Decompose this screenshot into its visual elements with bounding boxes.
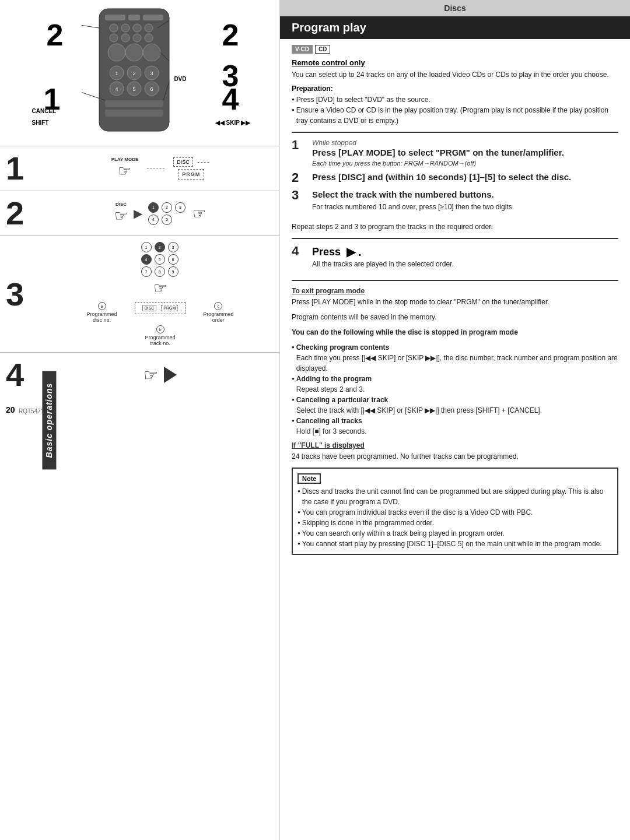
step-2-number: 2 xyxy=(6,197,47,230)
prgm-display: PRGM xyxy=(178,169,204,180)
svg-point-13 xyxy=(125,44,143,61)
note-header-row: Note xyxy=(298,473,612,484)
repeat-text: Repeat steps 2 and 3 to program the trac… xyxy=(292,222,618,232)
disc-grid: 1 2 3 4 5 xyxy=(148,202,187,225)
arrow-right-2: ▶ xyxy=(134,206,142,220)
prep-bullet-1: Press [DVD] to select "DVD" as the sourc… xyxy=(292,94,618,105)
note-text-5: You cannot start play by pressing [DISC … xyxy=(302,539,602,549)
step-3-number: 3 xyxy=(6,278,47,311)
divider-1 xyxy=(292,132,618,133)
note-text-3: Skipping is done in the programmed order… xyxy=(302,518,434,528)
prog-disc-display: DISC xyxy=(142,305,157,311)
instr-title-1: While stopped xyxy=(312,139,618,147)
rqt-code: RQT5471 xyxy=(6,408,44,414)
prog-track-no: b Programmedtrack no. xyxy=(145,325,175,346)
full-displayed-header: If "FULL" is displayed xyxy=(292,441,618,449)
vcd-badge: V-CD xyxy=(292,45,313,54)
cancel-label: CANCEL xyxy=(32,108,57,114)
track-8: 8 xyxy=(155,266,165,277)
hand-icon-3: ☞ xyxy=(153,279,167,297)
step-2-panel: 2 DISC ☞ ▶ 1 2 3 4 5 ☞ xyxy=(0,191,279,236)
circle-b: b xyxy=(156,325,164,333)
instr-content-2: Press [DISC] and (within 10 seconds) [1]… xyxy=(312,171,618,183)
programmed-order-text: Programmedorder xyxy=(203,311,233,323)
remote-svg-area: 1 2 3 4 5 6 xyxy=(82,6,187,136)
step-2-content: DISC ☞ ▶ 1 2 3 4 5 ☞ xyxy=(47,202,274,225)
note-label: Note xyxy=(298,473,321,484)
programmed-labels: a Programmeddisc no. DISC PRGM c Program… xyxy=(87,302,234,323)
to-exit-note: Program contents will be saved in the me… xyxy=(292,312,618,322)
ws-bold-1: Checking program contents xyxy=(296,343,389,352)
svg-point-10 xyxy=(133,34,141,42)
section-header: Discs xyxy=(280,0,630,16)
press-play-title: Press ▶ . xyxy=(312,245,618,259)
play-button-icon: ☞ xyxy=(144,365,158,385)
prep-bullet-2-text: Ensure a Video CD or CD is in the play p… xyxy=(296,105,618,126)
svg-text:5: 5 xyxy=(132,86,135,92)
instr-content-3: Select the track with the numbered butto… xyxy=(312,189,618,217)
svg-text:2: 2 xyxy=(132,71,135,76)
diagram-label-2-top: 2 xyxy=(47,17,64,52)
step-1-panel: 1 PLAY MODE ☞ DISC - - - - PRGM xyxy=(0,146,279,191)
ws-item-3-text: Canceling a particular track Select the … xyxy=(296,395,542,416)
step-4-content: ☞ xyxy=(47,365,274,385)
step-3-content: 1 2 3 4 5 6 7 8 9 ☞ a Programmeddisc no. xyxy=(47,242,274,346)
instr-main-2: Press [DISC] and (within 10 seconds) [1]… xyxy=(312,171,618,183)
intro-text: You can select up to 24 tracks on any of… xyxy=(292,69,618,80)
ws-item-2: Adding to the program Repeat steps 2 and… xyxy=(292,374,618,395)
remote-diagram: 2 2 3 1 4 xyxy=(0,0,279,146)
right-panel: Discs Program play V-CD CD Remote contro… xyxy=(280,0,630,840)
track-4: 4 xyxy=(141,254,152,265)
ws-text-1: Each time you press [|◀◀ SKIP] or [SKIP … xyxy=(296,354,618,372)
disc-empty xyxy=(175,215,186,225)
svg-rect-28 xyxy=(105,110,163,117)
note-item-4: You can search only within a track being… xyxy=(298,528,612,539)
prog-display-box: DISC PRGM xyxy=(135,302,186,314)
svg-point-8 xyxy=(110,34,118,42)
step-2-diagram: DISC ☞ ▶ 1 2 3 4 5 ☞ xyxy=(114,202,206,225)
circle-c: c xyxy=(214,302,222,310)
ws-bold-4: Canceling all tracks xyxy=(296,417,362,425)
svg-rect-2 xyxy=(128,15,140,20)
disc-prgm-display: DISC - - - - PRGM xyxy=(173,157,209,180)
track-6: 6 xyxy=(168,254,178,265)
step-4-number: 4 xyxy=(6,359,47,391)
page-footer: 20 RQT5471 xyxy=(0,397,279,420)
play-arrow-icon xyxy=(164,367,177,383)
instr-step-3: 3 Select the track with the numbered but… xyxy=(292,189,618,217)
disc-button-area: DISC ☞ xyxy=(114,202,128,225)
instr-sub-1: Each time you press the button: PRGM→RAN… xyxy=(312,160,618,167)
svg-point-14 xyxy=(143,44,160,61)
ws-bold-3: Canceling a particular track xyxy=(296,396,388,404)
note-item-3: Skipping is done in the programmed order… xyxy=(298,518,612,528)
press-play-content: Press ▶ . All the tracks are played in t… xyxy=(312,245,618,274)
step-3-panel: 3 1 2 3 4 5 6 7 8 9 ☞ a xyxy=(0,236,279,353)
remote-control-only-label: Remote control only xyxy=(292,58,618,67)
ws-bold-2: Adding to the program xyxy=(296,375,372,383)
to-exit-text: Press [PLAY MODE] while in the stop mode… xyxy=(292,297,618,307)
note-item-1: Discs and tracks the unit cannot find ca… xyxy=(298,486,612,507)
instr-main-1: Press [PLAY MODE] to select "PRGM" on th… xyxy=(312,147,618,159)
svg-point-6 xyxy=(133,24,141,32)
ws-text-3: Select the track with [|◀◀ SKIP] or [SKI… xyxy=(296,406,542,414)
while-stopped-items: Checking program contents Each time you … xyxy=(292,342,618,437)
ws-item-4-text: Canceling all tracks Hold [■] for 3 seco… xyxy=(296,416,367,437)
svg-rect-27 xyxy=(105,100,163,107)
ws-item-1-text: Checking program contents Each time you … xyxy=(296,342,618,374)
track-7: 7 xyxy=(141,266,152,277)
svg-point-12 xyxy=(108,44,125,61)
instr-main-3: Select the track with the numbered butto… xyxy=(312,189,618,201)
dvd-label: DVD xyxy=(174,76,186,82)
instr-step-2: 2 Press [DISC] and (within 10 seconds) [… xyxy=(292,171,618,184)
note-text-1: Discs and tracks the unit cannot find ca… xyxy=(302,486,612,507)
prep-bullet-1-text: Press [DVD] to select "DVD" as the sourc… xyxy=(296,94,430,105)
track-2: 2 xyxy=(155,242,165,252)
circle-a: a xyxy=(98,302,106,310)
disc-3: 3 xyxy=(175,202,186,213)
disc-4: 4 xyxy=(148,215,159,225)
track-9: 9 xyxy=(168,266,178,277)
disc-2: 2 xyxy=(162,202,172,213)
instr-num-3: 3 xyxy=(292,189,306,202)
play-mode-button-area: PLAY MODE ☞ xyxy=(111,157,139,180)
press-label: Press xyxy=(312,246,341,258)
